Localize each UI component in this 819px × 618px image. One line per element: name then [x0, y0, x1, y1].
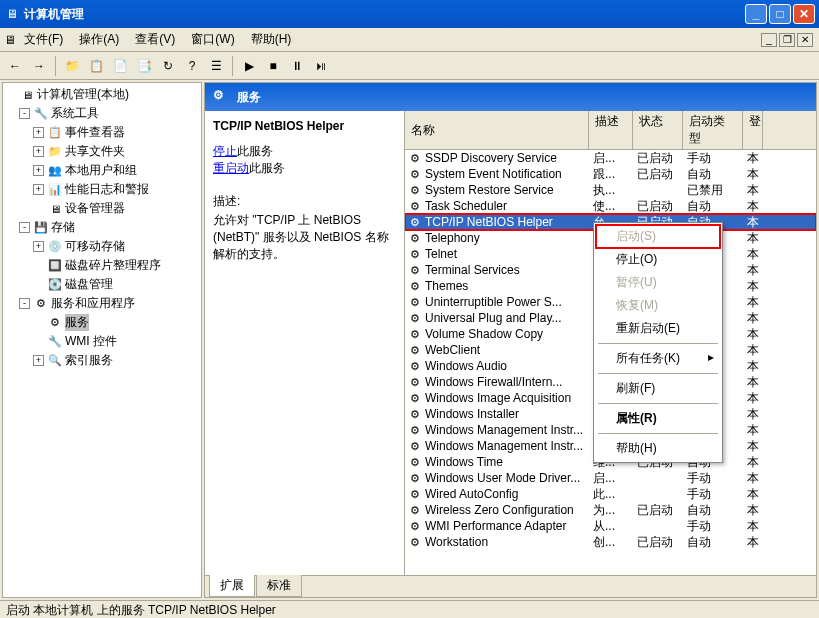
- status-text: 启动 本地计算机 上的服务 TCP/IP NetBIOS Helper: [6, 602, 276, 618]
- minimize-button[interactable]: _: [745, 4, 767, 24]
- service-row[interactable]: ⚙Task Scheduler使...已启动自动本: [405, 198, 816, 214]
- refresh-button[interactable]: ↻: [157, 55, 179, 77]
- service-name: Telephony: [425, 231, 480, 245]
- service-detail-panel: TCP/IP NetBIOS Helper 停止此服务 重启动此服务 描述: 允…: [205, 111, 405, 575]
- service-row[interactable]: ⚙WMI Performance Adapter从...手动本: [405, 518, 816, 534]
- tree-defrag[interactable]: 🔲磁盘碎片整理程序: [5, 256, 199, 275]
- service-logon: 本: [743, 486, 763, 503]
- tree-disk-mgmt[interactable]: 💽磁盘管理: [5, 275, 199, 294]
- service-row[interactable]: ⚙System Event Notification跟...已启动自动本: [405, 166, 816, 182]
- menu-view[interactable]: 查看(V): [127, 29, 183, 50]
- help-button[interactable]: ?: [181, 55, 203, 77]
- service-logon: 本: [743, 278, 763, 295]
- context-stop[interactable]: 停止(O): [596, 248, 720, 271]
- inner-restore-button[interactable]: ❐: [779, 33, 795, 47]
- menu-action[interactable]: 操作(A): [71, 29, 127, 50]
- export-button[interactable]: 📑: [133, 55, 155, 77]
- gear-icon: ⚙: [407, 438, 423, 454]
- service-name: Workstation: [425, 535, 488, 549]
- service-logon: 本: [743, 326, 763, 343]
- stop-button[interactable]: ■: [262, 55, 284, 77]
- menu-window[interactable]: 窗口(W): [183, 29, 242, 50]
- gear-icon: ⚙: [407, 246, 423, 262]
- tree-device-manager[interactable]: 🖥设备管理器: [5, 199, 199, 218]
- service-desc: 启...: [589, 470, 633, 487]
- col-startup-type[interactable]: 启动类型: [683, 111, 743, 149]
- service-logon: 本: [743, 406, 763, 423]
- restart-button[interactable]: ⏯: [310, 55, 332, 77]
- col-name[interactable]: 名称: [405, 111, 589, 149]
- context-all-tasks[interactable]: 所有任务(K)▸: [596, 347, 720, 370]
- context-properties[interactable]: 属性(R): [596, 407, 720, 430]
- tree-perf-logs[interactable]: +📊性能日志和警报: [5, 180, 199, 199]
- service-logon: 本: [743, 230, 763, 247]
- context-pause[interactable]: 暂停(U): [596, 271, 720, 294]
- selected-service-name: TCP/IP NetBIOS Helper: [213, 119, 396, 133]
- gear-icon: ⚙: [407, 150, 423, 166]
- show-hide-button[interactable]: 📋: [85, 55, 107, 77]
- inner-minimize-button[interactable]: _: [761, 33, 777, 47]
- services-list: 名称 描述 状态 启动类型 登 ⚙SSDP Discovery Service启…: [405, 111, 816, 575]
- service-row[interactable]: ⚙Workstation创...已启动自动本: [405, 534, 816, 550]
- list-rows[interactable]: ⚙SSDP Discovery Service启...已启动手动本⚙System…: [405, 150, 816, 575]
- properties-button[interactable]: 📄: [109, 55, 131, 77]
- tree-services-apps[interactable]: -⚙服务和应用程序: [5, 294, 199, 313]
- col-logon[interactable]: 登: [743, 111, 763, 149]
- gear-icon: ⚙: [213, 88, 231, 106]
- context-help[interactable]: 帮助(H): [596, 437, 720, 460]
- tree-shared-folders[interactable]: +📁共享文件夹: [5, 142, 199, 161]
- tree-wmi[interactable]: 🔧WMI 控件: [5, 332, 199, 351]
- context-start[interactable]: 启动(S): [596, 225, 720, 248]
- list-button[interactable]: ☰: [205, 55, 227, 77]
- service-name: Windows Installer: [425, 407, 519, 421]
- tree-storage[interactable]: -💾存储: [5, 218, 199, 237]
- context-menu: 启动(S) 停止(O) 暂停(U) 恢复(M) 重新启动(E) 所有任务(K)▸…: [593, 222, 723, 463]
- menu-file[interactable]: 文件(F): [16, 29, 71, 50]
- col-description[interactable]: 描述: [589, 111, 633, 149]
- app-icon: 🖥: [4, 6, 20, 22]
- gear-icon: ⚙: [407, 278, 423, 294]
- service-startup: 手动: [683, 518, 743, 535]
- col-status[interactable]: 状态: [633, 111, 683, 149]
- context-resume[interactable]: 恢复(M): [596, 294, 720, 317]
- tree-indexing[interactable]: +🔍索引服务: [5, 351, 199, 370]
- tab-extended[interactable]: 扩展: [209, 575, 255, 597]
- maximize-button[interactable]: □: [769, 4, 791, 24]
- gear-icon: ⚙: [407, 390, 423, 406]
- service-name: Windows Firewall/Intern...: [425, 375, 562, 389]
- gear-icon: ⚙: [407, 358, 423, 374]
- gear-icon: ⚙: [407, 230, 423, 246]
- tree-local-users[interactable]: +👥本地用户和组: [5, 161, 199, 180]
- tab-standard[interactable]: 标准: [256, 575, 302, 597]
- stop-service-link[interactable]: 停止: [213, 144, 237, 158]
- restart-service-link[interactable]: 重启动: [213, 161, 249, 175]
- statusbar: 启动 本地计算机 上的服务 TCP/IP NetBIOS Helper: [0, 600, 819, 618]
- service-row[interactable]: ⚙Wired AutoConfig此...手动本: [405, 486, 816, 502]
- close-button[interactable]: ✕: [793, 4, 815, 24]
- context-restart[interactable]: 重新启动(E): [596, 317, 720, 340]
- tree-event-viewer[interactable]: +📋事件查看器: [5, 123, 199, 142]
- service-row[interactable]: ⚙Windows User Mode Driver...启...手动本: [405, 470, 816, 486]
- service-row[interactable]: ⚙System Restore Service执...已禁用本: [405, 182, 816, 198]
- back-button[interactable]: ←: [4, 55, 26, 77]
- service-logon: 本: [743, 166, 763, 183]
- pause-button[interactable]: ⏸: [286, 55, 308, 77]
- service-logon: 本: [743, 358, 763, 375]
- service-startup: 自动: [683, 166, 743, 183]
- service-desc: 跟...: [589, 166, 633, 183]
- play-button[interactable]: ▶: [238, 55, 260, 77]
- forward-button[interactable]: →: [28, 55, 50, 77]
- gear-icon: ⚙: [407, 374, 423, 390]
- tree-services[interactable]: ⚙服务: [5, 313, 199, 332]
- tree-pane[interactable]: 🖥计算机管理(本地) -🔧系统工具 +📋事件查看器 +📁共享文件夹 +👥本地用户…: [2, 82, 202, 598]
- inner-close-button[interactable]: ✕: [797, 33, 813, 47]
- tree-removable[interactable]: +💿可移动存储: [5, 237, 199, 256]
- service-row[interactable]: ⚙SSDP Discovery Service启...已启动手动本: [405, 150, 816, 166]
- menu-help[interactable]: 帮助(H): [243, 29, 300, 50]
- up-button[interactable]: 📁: [61, 55, 83, 77]
- service-logon: 本: [743, 214, 763, 231]
- service-row[interactable]: ⚙Wireless Zero Configuration为...已启动自动本: [405, 502, 816, 518]
- tree-system-tools[interactable]: -🔧系统工具: [5, 104, 199, 123]
- tree-root[interactable]: 🖥计算机管理(本地): [5, 85, 199, 104]
- context-refresh[interactable]: 刷新(F): [596, 377, 720, 400]
